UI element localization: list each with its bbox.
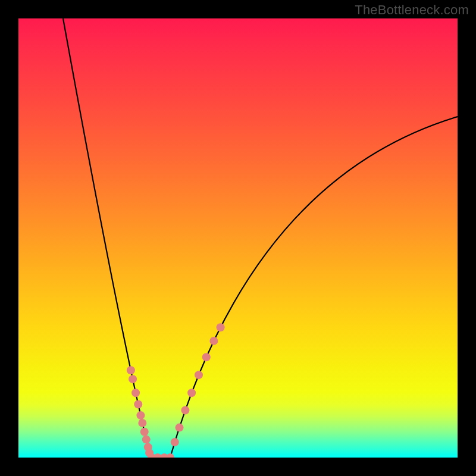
data-point xyxy=(136,411,145,419)
data-point xyxy=(171,438,179,446)
data-point xyxy=(142,436,151,444)
data-point xyxy=(166,453,174,458)
data-point xyxy=(138,419,146,427)
watermark-text: TheBottleneck.com xyxy=(355,2,469,18)
curve-layer xyxy=(63,18,458,458)
plot-svg xyxy=(18,18,458,458)
data-point xyxy=(181,406,189,414)
data-point xyxy=(140,428,149,436)
plot-area xyxy=(18,18,458,458)
data-point xyxy=(202,353,211,361)
data-point xyxy=(217,323,225,331)
data-point xyxy=(187,389,196,397)
data-point xyxy=(134,400,142,409)
data-point xyxy=(129,375,137,383)
data-point xyxy=(131,389,140,397)
right-curve xyxy=(170,117,458,458)
data-point xyxy=(195,371,203,379)
chart-frame: TheBottleneck.com xyxy=(0,0,476,476)
data-point xyxy=(175,424,183,432)
data-point xyxy=(209,337,218,345)
data-point xyxy=(127,366,135,374)
